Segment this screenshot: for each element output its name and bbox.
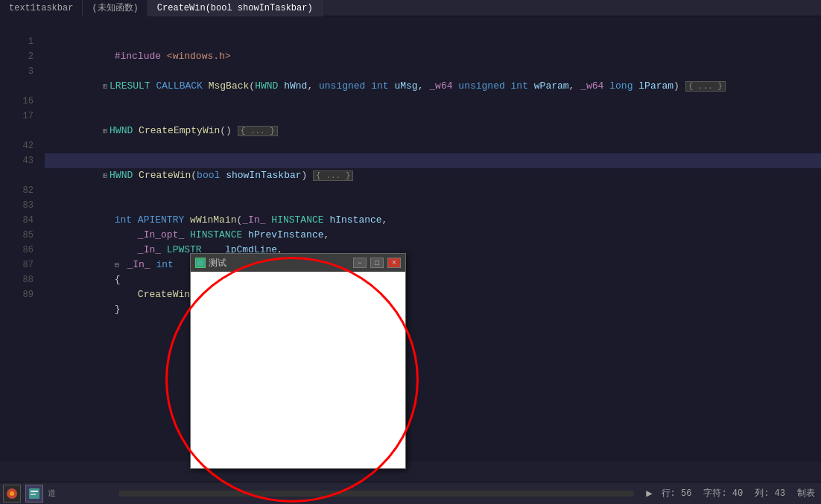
window-client-area (191, 272, 405, 468)
expand-btn-43[interactable]: ⊞ (103, 172, 107, 180)
paint-icon (6, 488, 18, 500)
status-right: 行: 56 字符: 40 列: 43 制表 (662, 487, 815, 500)
app-taskbar-icon[interactable] (25, 485, 43, 503)
code-line: #include <windows.h> (45, 34, 821, 49)
tab-unknown-function[interactable]: (未知函数) (83, 0, 148, 16)
mode-indicator: 制表 (797, 487, 815, 500)
svg-rect-3 (31, 491, 38, 492)
code-line-88: CreateWin(true); (45, 272, 821, 287)
tab-texttaskbar[interactable]: text1taskbar (0, 0, 83, 16)
code-line: ⊞HWND CreateEmptyWin() { ... } (45, 109, 821, 124)
window-app-icon (195, 258, 206, 268)
code-editor: text1taskbar (未知函数) CreateWin(bool showI… (0, 0, 821, 462)
close-button[interactable]: × (387, 258, 401, 268)
code-line (45, 94, 821, 109)
col-indicator: 列: 43 (755, 487, 785, 500)
svg-point-1 (10, 491, 14, 496)
tab-bar: text1taskbar (未知函数) CreateWin(bool showI… (0, 0, 821, 16)
play-button[interactable]: ▶ (646, 487, 652, 500)
row-indicator: 行: 56 (662, 487, 692, 500)
floating-window: 测试 － □ × (190, 253, 406, 469)
paint-taskbar-icon[interactable] (3, 485, 21, 503)
expand-btn-3[interactable]: ⊞ (103, 83, 107, 91)
maximize-button[interactable]: □ (370, 258, 384, 268)
code-content: #include <windows.h> ⊞LRESULT CALLBACK M… (41, 19, 821, 302)
window-title-icon (197, 259, 204, 267)
tab-createwin[interactable]: CreateWin(bool showInTaskbar) (148, 0, 323, 16)
code-area: 1 2 3 16 17 42 43 82 83 84 85 86 87 88 8… (0, 16, 821, 302)
code-line (45, 183, 821, 198)
window-titlebar: 测试 － □ × (191, 254, 405, 272)
char-indicator: 字符: 40 (703, 487, 743, 500)
minimize-button[interactable]: － (353, 258, 367, 268)
line-numbers: 1 2 3 16 17 42 43 82 83 84 85 86 87 88 8… (0, 19, 41, 302)
code-line: ⊞LRESULT CALLBACK MsgBack(HWND hWnd, uns… (45, 64, 821, 79)
code-line-43: ⊞HWND CreateWin(bool showInTaskbar) { ..… (45, 153, 821, 168)
expand-btn-17[interactable]: ⊞ (103, 127, 107, 135)
taskbar: 道 (0, 482, 119, 504)
code-line (45, 19, 821, 34)
expand-btn-86[interactable]: ⊟ (115, 261, 119, 269)
svg-rect-4 (31, 494, 36, 495)
app-icon (28, 488, 40, 500)
svg-rect-5 (197, 260, 203, 266)
horizontal-scrollbar[interactable] (110, 491, 634, 497)
partial-text: 道 (48, 488, 56, 499)
code-line-83: int APIENTRY wWinMain(_In_ HINSTANCE hIn… (45, 198, 821, 213)
window-title: 测试 (209, 257, 349, 269)
code-line (45, 138, 821, 153)
status-bar: 85 % ▼ 未找到相关 ▶ 行: 56 字符: 40 列: 43 制表 (0, 482, 821, 504)
